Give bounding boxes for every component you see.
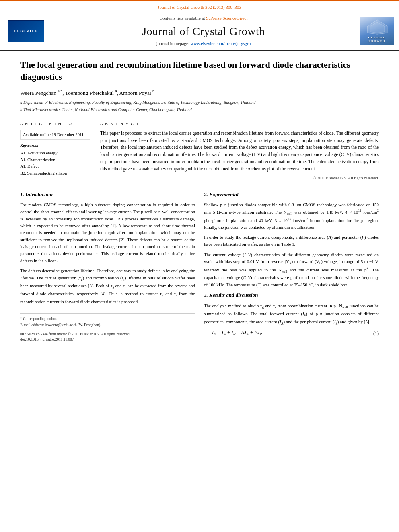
equation-row: IF = IA + IP = AJA + PJP (1) (212, 329, 379, 337)
article-info-label: A R T I C L E I N F O (20, 121, 90, 126)
divider-1 (20, 117, 379, 117)
section1-para1: For modern CMOS technology, a high subst… (20, 201, 195, 264)
footnote-email: E-mail address: kpweera@kmit.ac.th (W. P… (20, 322, 195, 328)
page-wrapper: Journal of Crystal Growth 362 (2013) 300… (0, 0, 399, 350)
journal-bar: Journal of Crystal Growth 362 (2013) 300… (0, 1, 399, 12)
issn-line: 0022-0248/$ - see front matter © 2011 El… (20, 332, 195, 337)
abstract-text: This paper is proposed to extract the lo… (100, 130, 379, 173)
equation-number: (1) (373, 330, 379, 337)
authors-line: Weera Pengchan a,*, Toempong Phetchakul … (20, 88, 379, 97)
right-col: 2. Experimental Shallow p–n junction dio… (204, 191, 379, 343)
sciverse-link[interactable]: SciVerse ScienceDirect (206, 16, 247, 21)
section1-para2: The defects determine generation lifetim… (20, 267, 195, 305)
section3-title: 3. Results and discussion (204, 292, 379, 299)
abstract-label: A B S T R A C T (100, 121, 379, 126)
info-abstract-section: A R T I C L E I N F O Available online 1… (20, 121, 379, 181)
crystal-svg (365, 19, 389, 35)
abstract-col: A B S T R A C T This paper is proposed t… (100, 121, 379, 181)
journal-citation[interactable]: Journal of Crystal Growth 362 (2013) 300… (158, 5, 241, 10)
left-col: 1. Introduction For modern CMOS technolo… (20, 191, 195, 343)
section2-title: 2. Experimental (204, 191, 379, 198)
bottom-info: 0022-0248/$ - see front matter © 2011 El… (20, 332, 195, 343)
section2-para1: Shallow p–n junction diodes compatible w… (204, 201, 379, 231)
keywords-label: Keywords: (20, 143, 90, 149)
journal-header: ELSEVIER Contents lists available at Sci… (0, 12, 399, 51)
available-online: Available online 19 December 2011 (20, 130, 90, 140)
section3-text: The analysis method to obtain τg and τr … (204, 302, 379, 326)
journal-title: Journal of Crystal Growth (142, 23, 265, 39)
equation-1: IF = IA + IP = AJA + PJP (212, 329, 262, 337)
affiliation-b: b Thai Microelectronics Center, National… (20, 107, 379, 113)
footnote-area: * Corresponding author. E-mail address: … (20, 313, 195, 328)
section2-para2: In order to study the leakage current co… (204, 234, 379, 248)
keyword-3: A1. Defect (20, 164, 90, 170)
header-right: CRYSTAL GROWTH (359, 15, 395, 47)
keyword-4: B2. Semiconducting silicon (20, 170, 90, 177)
copyright-line: © 2011 Elsevier B.V. All rights reserved… (100, 175, 379, 181)
crystal-logo-text: CRYSTAL GROWTH (362, 36, 392, 43)
section2-para3: The current–voltage (I–V) characteristic… (204, 251, 379, 288)
affiliation-a: a Department of Electronics Engineering,… (20, 99, 379, 106)
section1-title: 1. Introduction (20, 191, 195, 198)
keyword-2: A1. Characterization (20, 157, 90, 163)
homepage-link[interactable]: www.elsevier.com/locate/jcrysgro (191, 41, 251, 46)
elsevier-logo: ELSEVIER (8, 20, 44, 42)
header-left: ELSEVIER (4, 15, 48, 47)
journal-homepage: journal homepage: www.elsevier.com/locat… (156, 41, 251, 47)
header-center: Contents lists available at SciVerse Sci… (52, 15, 355, 47)
doi-line: doi:10.1016/j.jcrysgro.2011.11.087 (20, 337, 195, 342)
article-info-col: A R T I C L E I N F O Available online 1… (20, 121, 90, 181)
crystal-growth-logo: CRYSTAL GROWTH (360, 17, 394, 45)
keyword-1: A1. Activation energy (20, 150, 90, 156)
article-title: The local generation and recombination l… (20, 59, 379, 82)
affiliations: a Department of Electronics Engineering,… (20, 99, 379, 113)
body-section: 1. Introduction For modern CMOS technolo… (20, 191, 379, 343)
divider-2 (20, 187, 379, 187)
main-content: The local generation and recombination l… (0, 51, 399, 350)
contents-line: Contents lists available at SciVerse Sci… (160, 15, 247, 21)
footnote-corresponding: * Corresponding author. (20, 316, 195, 322)
